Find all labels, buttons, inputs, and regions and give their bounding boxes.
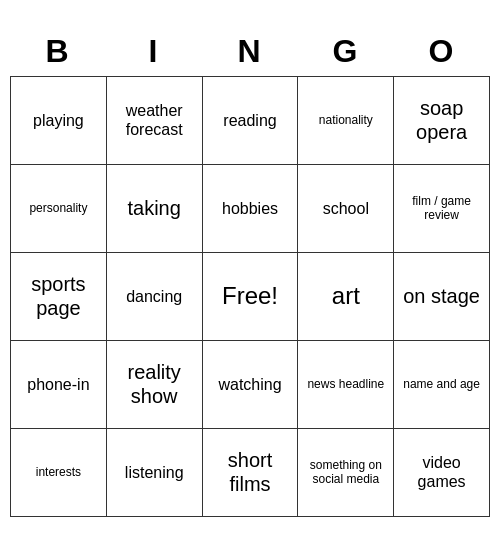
cell-3-1: reality show <box>106 340 202 428</box>
cell-1-1: taking <box>106 164 202 252</box>
header-letter-n: N <box>202 27 298 76</box>
cell-text-3-1: reality show <box>111 360 198 408</box>
cell-text-2-0: sports page <box>15 272 102 320</box>
cell-4-3: something on social media <box>298 428 394 516</box>
cell-text-2-3: art <box>302 282 389 311</box>
cell-text-4-0: interests <box>15 465 102 479</box>
header-letter-g: G <box>298 27 394 76</box>
cell-text-1-2: hobbies <box>207 199 294 218</box>
cell-text-2-1: dancing <box>111 287 198 306</box>
cell-3-2: watching <box>202 340 298 428</box>
cell-text-0-3: nationality <box>302 113 389 127</box>
cell-1-2: hobbies <box>202 164 298 252</box>
cell-4-4: video games <box>394 428 490 516</box>
cell-text-4-4: video games <box>398 453 485 491</box>
cell-text-0-4: soap opera <box>398 96 485 144</box>
cell-2-0: sports page <box>11 252 107 340</box>
cell-text-0-0: playing <box>15 111 102 130</box>
cell-3-3: news headline <box>298 340 394 428</box>
grid-row-2: sports pagedancingFree!arton stage <box>11 252 490 340</box>
grid-row-0: playingweather forecastreadingnationalit… <box>11 76 490 164</box>
header-letter-b: B <box>10 27 106 76</box>
cell-2-4: on stage <box>394 252 490 340</box>
cell-text-1-0: personality <box>15 201 102 215</box>
cell-0-4: soap opera <box>394 76 490 164</box>
cell-text-1-3: school <box>302 199 389 218</box>
cell-text-4-3: something on social media <box>302 458 389 487</box>
cell-text-0-1: weather forecast <box>111 101 198 139</box>
cell-text-2-2: Free! <box>207 282 294 311</box>
cell-text-1-4: film / game review <box>398 194 485 223</box>
grid-row-4: interestslisteningshort filmssomething o… <box>11 428 490 516</box>
cell-2-2: Free! <box>202 252 298 340</box>
cell-1-4: film / game review <box>394 164 490 252</box>
cell-2-1: dancing <box>106 252 202 340</box>
cell-text-3-2: watching <box>207 375 294 394</box>
cell-0-1: weather forecast <box>106 76 202 164</box>
cell-text-2-4: on stage <box>398 284 485 308</box>
cell-4-0: interests <box>11 428 107 516</box>
cell-text-0-2: reading <box>207 111 294 130</box>
cell-0-2: reading <box>202 76 298 164</box>
header-letter-i: I <box>106 27 202 76</box>
grid-row-3: phone-inreality showwatchingnews headlin… <box>11 340 490 428</box>
cell-2-3: art <box>298 252 394 340</box>
cell-4-2: short films <box>202 428 298 516</box>
bingo-grid: playingweather forecastreadingnationalit… <box>10 76 490 517</box>
bingo-card: BINGO playingweather forecastreadingnati… <box>10 27 490 517</box>
cell-text-3-4: name and age <box>398 377 485 391</box>
cell-1-3: school <box>298 164 394 252</box>
cell-text-4-1: listening <box>111 463 198 482</box>
header-letter-o: O <box>394 27 490 76</box>
cell-text-4-2: short films <box>207 448 294 496</box>
cell-text-3-3: news headline <box>302 377 389 391</box>
cell-text-3-0: phone-in <box>15 375 102 394</box>
cell-4-1: listening <box>106 428 202 516</box>
cell-1-0: personality <box>11 164 107 252</box>
bingo-header: BINGO <box>10 27 490 76</box>
cell-0-3: nationality <box>298 76 394 164</box>
grid-row-1: personalitytakinghobbiesschoolfilm / gam… <box>11 164 490 252</box>
cell-0-0: playing <box>11 76 107 164</box>
cell-text-1-1: taking <box>111 196 198 220</box>
cell-3-4: name and age <box>394 340 490 428</box>
cell-3-0: phone-in <box>11 340 107 428</box>
